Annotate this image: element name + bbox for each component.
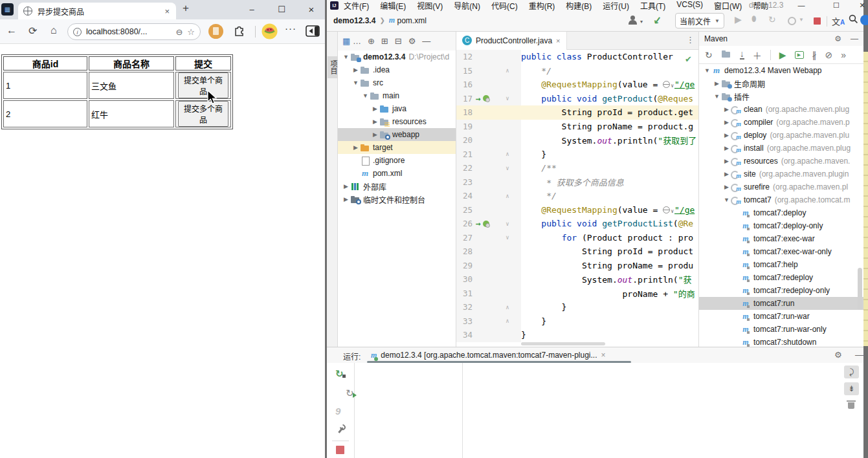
tree-item[interactable]: ▶webapp: [338, 128, 456, 141]
maven-download-sources-icon[interactable]: ↓: [740, 50, 744, 60]
debug-bug-icon[interactable]: ⬮: [751, 14, 757, 23]
code-line[interactable]: 31 proName + "的商: [456, 287, 698, 301]
tree-item[interactable]: mtomcat7:exec-war-only: [699, 245, 863, 258]
run-settings-wrench-icon[interactable]: [336, 425, 345, 434]
scroll-to-end-icon[interactable]: ⇟: [844, 382, 859, 395]
locate-file-icon[interactable]: ⊕: [368, 36, 375, 46]
workspace-icon[interactable]: ▦: [1, 3, 14, 16]
new-tab-button[interactable]: +: [183, 2, 189, 15]
tree-item[interactable]: .gitignore: [338, 154, 456, 167]
tree-item[interactable]: mtomcat7:deploy: [699, 206, 863, 219]
maven-scrollbar[interactable]: [858, 268, 862, 310]
fold-marker-icon[interactable]: ∧: [503, 193, 512, 199]
tree-item[interactable]: ▶临时文件和控制台: [338, 193, 456, 206]
maven-run-config-icon[interactable]: ▶: [795, 51, 804, 59]
editor-tab-close-icon[interactable]: ×: [556, 37, 560, 45]
rerun-failed-icon[interactable]: ↻: [346, 387, 354, 398]
run-handler-arrow-icon[interactable]: →: [476, 94, 481, 104]
fold-marker-icon[interactable]: ∨: [503, 234, 512, 241]
tree-item[interactable]: ▶resources: [338, 115, 456, 128]
menu-item[interactable]: 工具(T): [640, 0, 665, 11]
tree-item[interactable]: mtomcat7:shutdown: [699, 336, 863, 347]
tree-item[interactable]: ▶msurefire(org.apache.maven.pl: [699, 180, 863, 193]
stop-button[interactable]: [814, 17, 821, 25]
tree-item[interactable]: mtomcat7:deploy-only: [699, 219, 863, 232]
collapse-all-icon[interactable]: ⊟: [395, 36, 402, 46]
url-globe-icon[interactable]: [663, 206, 670, 213]
tree-item[interactable]: ▼mdemo12.3.4 Maven Webapp: [699, 64, 863, 77]
maven-run-icon[interactable]: ▶: [779, 50, 786, 60]
code-line[interactable]: 16 @RequestMapping(value = ∨"/ge: [456, 78, 698, 92]
tree-item[interactable]: ▶生命周期: [699, 77, 863, 90]
code-line[interactable]: 17→∨ public void getProduct(@Reques: [456, 92, 698, 106]
profile-dropdown-icon[interactable]: ▾: [640, 19, 643, 25]
tree-item[interactable]: ▶mdeploy(org.apache.maven.plu: [699, 129, 863, 142]
rerun-icon[interactable]: ↻: [335, 368, 344, 379]
tree-item[interactable]: ▼src: [338, 76, 456, 89]
extensions-puzzle-icon[interactable]: [233, 24, 246, 37]
tree-item[interactable]: ▶外部库: [338, 180, 456, 193]
search-everywhere-icon[interactable]: [849, 14, 858, 24]
maven-more-icon[interactable]: »: [841, 50, 846, 60]
tab-close-icon[interactable]: ×: [163, 6, 171, 16]
test-history-icon[interactable]: 9: [335, 406, 340, 417]
tree-item[interactable]: mtomcat7:redeploy: [699, 271, 863, 284]
submit-product-button[interactable]: 提交多个商品: [178, 101, 228, 127]
extension-orange-icon[interactable]: [208, 24, 223, 39]
coverage-icon[interactable]: ↻: [768, 14, 776, 25]
url-text[interactable]: localhost:8080/...: [86, 27, 171, 36]
tree-item[interactable]: ▶.idea: [338, 63, 456, 76]
menu-item[interactable]: 导航(N): [454, 0, 480, 11]
tree-item[interactable]: ▼main: [338, 89, 456, 102]
run-stop-icon[interactable]: [336, 446, 344, 454]
maven-add-icon[interactable]: ＋: [753, 49, 762, 61]
tree-item[interactable]: ▶msite(org.apache.maven.plugin: [699, 168, 863, 180]
address-bar[interactable]: i localhost:8080/... ⊖ ☆: [67, 23, 201, 40]
back-button[interactable]: ←: [6, 25, 17, 36]
tree-item[interactable]: ▼demo12.3.4D:\Project\d: [338, 50, 456, 63]
fold-marker-icon[interactable]: ∧: [503, 151, 512, 157]
code-line[interactable]: 30 System.out.println("获: [456, 272, 698, 287]
tree-item[interactable]: ▼mtomcat7(org.apache.tomcat.m: [699, 193, 863, 206]
clear-all-icon[interactable]: [847, 400, 856, 409]
tree-item[interactable]: mtomcat7:exec-war: [699, 232, 863, 245]
code-line[interactable]: 12public class ProductController: [456, 50, 698, 64]
menu-item[interactable]: 文件(F): [344, 0, 369, 11]
refresh-button[interactable]: ⟳: [28, 25, 37, 37]
watermelon-extension-icon[interactable]: [262, 23, 278, 39]
vcs-update-icon[interactable]: ↙: [652, 14, 663, 27]
code-line[interactable]: 28 String proId = product: [456, 245, 698, 259]
ide-close-button[interactable]: ✕: [852, 0, 868, 11]
tree-item[interactable]: mtomcat7:help: [699, 258, 863, 271]
ide-minimize-button[interactable]: —: [792, 0, 811, 11]
browser-maximize-button[interactable]: ☐: [268, 0, 295, 19]
panel-settings-gear-icon[interactable]: ⚙: [408, 36, 416, 46]
tree-item[interactable]: mpom.xml: [338, 167, 456, 180]
browser-tab[interactable]: 异步提交商品 ×: [18, 3, 176, 19]
home-button[interactable]: ⌂: [50, 25, 57, 36]
maven-skip-tests-icon[interactable]: ∦: [812, 50, 817, 60]
menu-item[interactable]: 重构(R): [529, 0, 555, 11]
browser-menu-icon[interactable]: ···: [285, 23, 296, 34]
translate-icon[interactable]: 文A: [832, 15, 845, 27]
inspection-ok-icon[interactable]: ✔: [685, 54, 692, 64]
menu-item[interactable]: 编辑(E): [380, 0, 406, 11]
tree-item[interactable]: ▶mcompiler(org.apache.maven.p: [699, 116, 863, 129]
tree-item[interactable]: ▼插件: [699, 90, 863, 103]
menu-item[interactable]: 窗口(W): [714, 0, 742, 11]
maven-source-folders-icon[interactable]: [721, 49, 731, 60]
code-line[interactable]: 22∨ /**: [456, 161, 698, 175]
run-button[interactable]: ▶: [735, 14, 742, 25]
tree-item[interactable]: mtomcat7:redeploy-only: [699, 284, 863, 297]
expand-all-icon[interactable]: ⊞: [381, 36, 388, 46]
fold-marker-icon[interactable]: ∨: [503, 221, 512, 227]
code-line[interactable]: 24∧ */: [456, 189, 698, 203]
menu-item[interactable]: VCS(S): [676, 0, 703, 11]
project-view-selector-icon[interactable]: ▦ …: [342, 36, 361, 46]
tree-item[interactable]: ▶minstall(org.apache.maven.plug: [699, 142, 863, 155]
menu-item[interactable]: 构建(B): [566, 0, 592, 11]
code-line[interactable]: 34}: [456, 328, 698, 342]
fold-marker-icon[interactable]: ∧: [503, 318, 512, 324]
code-line[interactable]: 18 String proId = product.get: [456, 105, 698, 120]
tree-item[interactable]: ▶java: [338, 102, 456, 115]
